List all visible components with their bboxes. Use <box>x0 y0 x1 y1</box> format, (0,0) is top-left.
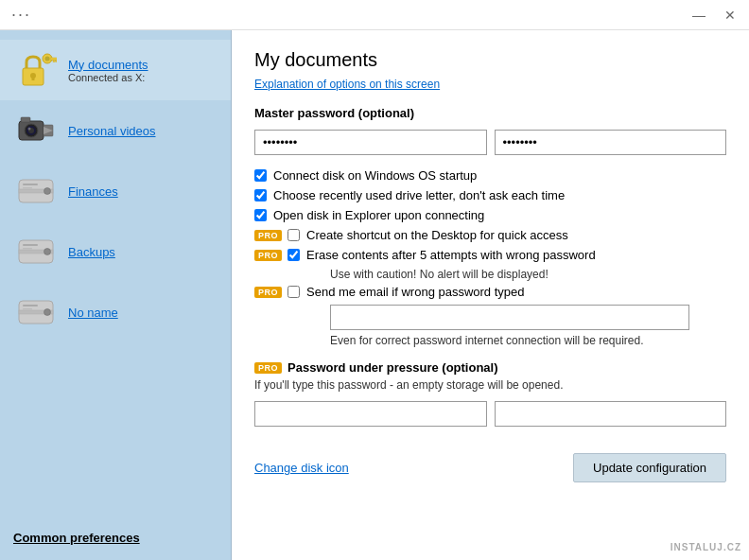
checkbox-connect-startup: Connect disk on Windows OS startup <box>254 168 726 183</box>
master-password-input-2[interactable] <box>495 130 727 155</box>
change-disk-icon-link[interactable]: Change disk icon <box>254 461 349 475</box>
svg-rect-7 <box>53 61 56 62</box>
checkbox-send-email-label: Send me email if wrong password typed <box>306 285 525 299</box>
checkbox-connect-startup-label: Connect disk on Windows OS startup <box>273 168 477 183</box>
master-password-fields <box>254 130 726 155</box>
master-password-input-1[interactable] <box>254 130 487 155</box>
svg-rect-25 <box>23 248 32 250</box>
sidebar-text-my-documents: My documents Connected as X: <box>68 58 148 83</box>
sidebar-sublabel-my-documents: Connected as X: <box>68 72 148 83</box>
pressure-password-fields <box>254 401 726 427</box>
main-content: My documents Explanation of options on t… <box>232 30 749 560</box>
svg-rect-2 <box>32 76 35 80</box>
sidebar-item-my-documents[interactable]: My documents Connected as X: <box>0 40 231 100</box>
sidebar-label-no-name[interactable]: No name <box>68 306 118 320</box>
close-button[interactable]: ✕ <box>719 6 741 25</box>
sidebar-label-personal-videos[interactable]: Personal videos <box>68 124 156 138</box>
sidebar: My documents Connected as X: <box>0 30 232 560</box>
svg-rect-29 <box>23 305 38 306</box>
update-configuration-button[interactable]: Update configuration <box>573 453 726 482</box>
pressure-label: PRO Password under pressure (optional) <box>254 360 726 375</box>
svg-rect-19 <box>23 184 38 185</box>
caution-text: Use with caution! No alert will be displ… <box>330 268 726 281</box>
app-body: My documents Connected as X: <box>0 30 749 560</box>
svg-point-23 <box>44 249 51 255</box>
svg-rect-20 <box>23 187 32 189</box>
sidebar-item-no-name[interactable]: No name <box>0 282 231 342</box>
pressure-sublabel: If you'll type this password - an empty … <box>254 378 726 392</box>
checkbox-send-email-input[interactable] <box>287 286 300 298</box>
pro-badge-create-shortcut: PRO <box>254 230 282 241</box>
checkbox-erase-contents-label: Erase contents after 5 attempts with wro… <box>306 248 596 262</box>
common-preferences-link[interactable]: Common preferences <box>13 531 140 545</box>
pro-badge-send-email: PRO <box>254 287 282 298</box>
sidebar-item-backups[interactable]: Backups <box>0 221 231 282</box>
pro-badge-pressure: PRO <box>254 362 282 374</box>
sidebar-text-backups: Backups <box>68 245 115 259</box>
sidebar-text-personal-videos: Personal videos <box>68 124 156 138</box>
lock-icon <box>13 49 59 91</box>
svg-rect-24 <box>23 244 38 246</box>
video-camera-icon <box>13 110 59 151</box>
pressure-password-input-2[interactable] <box>495 401 727 427</box>
checkbox-create-shortcut-label: Create shortcut on the Desktop for quick… <box>306 228 568 242</box>
svg-point-4 <box>45 57 50 61</box>
checkbox-erase-contents-input[interactable] <box>287 249 300 261</box>
svg-rect-5 <box>50 58 57 61</box>
sidebar-text-no-name: No name <box>68 306 118 320</box>
pressure-password-input-1[interactable] <box>254 401 487 427</box>
hdd-icon-no-name <box>13 291 59 333</box>
sidebar-item-finances[interactable]: Finances <box>0 161 231 221</box>
email-input[interactable] <box>330 305 689 330</box>
pressure-section: PRO Password under pressure (optional) I… <box>254 360 726 427</box>
watermark: INSTALUJ.CZ <box>671 542 741 552</box>
sidebar-text-finances: Finances <box>68 184 118 199</box>
title-bar-buttons: — ✕ <box>687 6 741 25</box>
master-password-label: Master password (optional) <box>254 106 726 120</box>
sidebar-label-finances[interactable]: Finances <box>68 184 118 199</box>
checkbox-open-explorer: Open disk in Explorer upon connecting <box>254 208 726 222</box>
sidebar-item-personal-videos[interactable]: Personal videos <box>0 100 231 161</box>
checkbox-open-explorer-label: Open disk in Explorer upon connecting <box>273 208 484 222</box>
checkbox-erase-contents: PRO Erase contents after 5 attempts with… <box>254 248 726 262</box>
pressure-label-text: Password under pressure (optional) <box>287 360 498 375</box>
sidebar-label-backups[interactable]: Backups <box>68 245 115 259</box>
sidebar-bottom: Common preferences <box>13 531 140 545</box>
checkbox-create-shortcut-input[interactable] <box>287 229 300 241</box>
hdd-icon-backups <box>13 231 59 272</box>
svg-point-18 <box>44 188 51 195</box>
checkbox-send-email: PRO Send me email if wrong password type… <box>254 285 726 299</box>
help-link[interactable]: Explanation of options on this screen <box>254 78 440 91</box>
svg-rect-13 <box>21 117 30 122</box>
checkbox-drive-letter-input[interactable] <box>254 189 267 201</box>
title-bar-dots: ··· <box>8 5 31 25</box>
svg-rect-30 <box>23 308 32 310</box>
svg-point-28 <box>44 309 51 316</box>
footer-actions: Change disk icon Update configuration <box>254 446 726 482</box>
hdd-icon-finances <box>13 170 59 212</box>
pro-badge-erase-contents: PRO <box>254 250 282 261</box>
checkbox-connect-startup-input[interactable] <box>254 169 267 182</box>
title-bar: ··· — ✕ <box>0 0 749 30</box>
checkbox-open-explorer-input[interactable] <box>254 209 267 221</box>
checkbox-drive-letter-label: Choose recently used drive letter, don't… <box>273 188 565 202</box>
sidebar-label-my-documents[interactable]: My documents <box>68 58 148 72</box>
svg-rect-6 <box>56 61 57 62</box>
email-note: Even for correct password internet conne… <box>330 334 726 347</box>
minimize-button[interactable]: — <box>687 6 711 25</box>
email-input-row <box>330 305 726 330</box>
svg-point-12 <box>28 128 31 131</box>
checkbox-create-shortcut: PRO Create shortcut on the Desktop for q… <box>254 228 726 242</box>
checkbox-drive-letter: Choose recently used drive letter, don't… <box>254 188 726 202</box>
page-title: My documents <box>254 49 726 71</box>
